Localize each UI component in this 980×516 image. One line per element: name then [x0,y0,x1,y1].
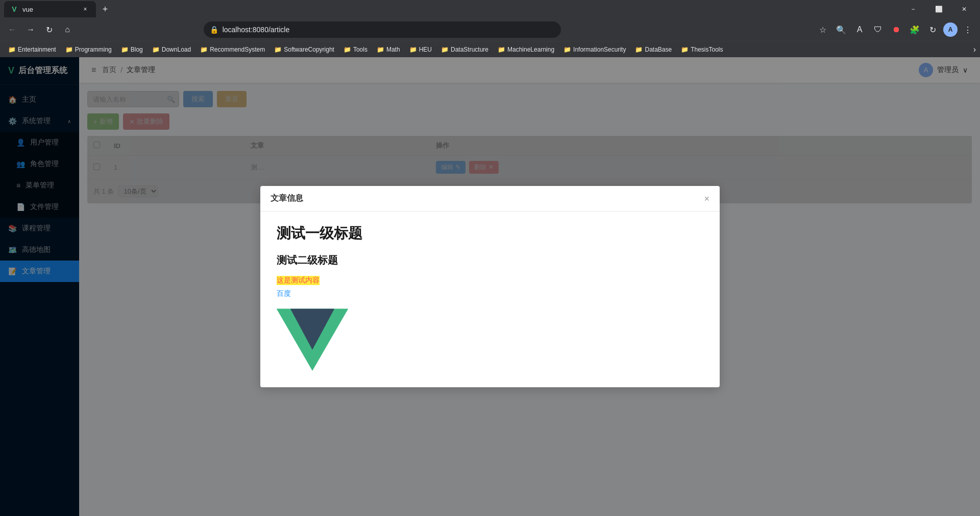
bookmark-machinelearning[interactable]: 📁 MachineLearning [494,45,558,54]
folder-icon: 📁 [681,46,689,53]
maximize-button[interactable]: ⬜ [927,1,950,17]
toolbar-icons: ☆ 🔍 A 🛡 ⏺ 🧩 ↻ A ⋮ [815,21,976,38]
folder-icon: 📁 [121,46,129,53]
minimize-button[interactable]: − [901,1,925,17]
address-bar: ← → ↻ ⌂ 🔒 localhost:8080/article ☆ 🔍 A 🛡… [0,18,980,41]
browser-chrome: V vue × + − ⬜ ✕ ← → ↻ ⌂ 🔒 localhost:8080… [0,0,980,57]
bookmark-database[interactable]: 📁 DataBase [631,45,676,54]
close-window-button[interactable]: ✕ [952,1,976,17]
home-button[interactable]: ⌂ [59,21,76,38]
close-tab-button[interactable]: × [81,5,90,14]
bookmark-label: MachineLearning [507,46,554,53]
shield-icon[interactable]: 🛡 [870,21,886,38]
bookmark-softwarecopyright[interactable]: 📁 SoftwareCopyright [270,45,338,54]
back-button[interactable]: ← [4,21,20,38]
folder-icon: 📁 [200,46,208,53]
bookmark-informationsecurity[interactable]: 📁 InformationSecurity [559,45,630,54]
active-tab[interactable]: V vue × [4,1,96,17]
translate-icon[interactable]: A [851,21,868,38]
bookmark-label: Programming [75,46,112,53]
article-h2: 测试二级标题 [277,253,703,267]
bookmark-datastructure[interactable]: 📁 DataStructure [437,45,493,54]
forward-button[interactable]: → [22,21,39,38]
bookmark-entertainment[interactable]: 📁 Entertainment [4,45,60,54]
folder-icon: 📁 [635,46,643,53]
folder-icon: 📁 [441,46,449,53]
tab-bar: V vue × + − ⬜ ✕ [0,0,980,18]
folder-icon: 📁 [274,46,282,53]
article-highlight-text: 这是测试内容 [277,276,320,285]
folder-icon: 📁 [344,46,351,53]
modal-header: 文章信息 × [260,186,720,212]
url-bar[interactable]: 🔒 localhost:8080/article [204,21,561,38]
star-icon[interactable]: ☆ [815,21,831,38]
bookmark-label: InformationSecurity [573,46,626,53]
folder-icon: 📁 [564,46,571,53]
menu-icon[interactable]: ⋮ [960,21,976,38]
new-tab-button[interactable]: + [98,2,112,16]
article-h1: 测试一级标题 [277,224,703,243]
profile-avatar[interactable]: A [943,22,958,37]
bookmark-label: DataBase [645,46,672,53]
tab-favicon: V [10,5,18,13]
url-text: localhost:8080/article [223,26,290,34]
bookmark-label: Tools [353,46,368,53]
bookmarks-more-button[interactable]: › [973,45,976,54]
article-modal: 文章信息 × 测试一级标题 测试二级标题 这是测试内容 百度 [260,186,720,387]
bookmark-recommendsystem[interactable]: 📁 RecommendSystem [196,45,269,54]
modal-body: 测试一级标题 测试二级标题 这是测试内容 百度 [260,212,720,387]
folder-icon: 📁 [65,46,73,53]
bookmark-math[interactable]: 📁 Math [373,45,404,54]
bookmark-download[interactable]: 📁 DownLoad [148,45,195,54]
tab-title: vue [22,6,33,13]
bookmark-label: HEU [419,46,432,53]
modal-title: 文章信息 [271,193,303,204]
security-icon: 🔒 [210,26,218,34]
folder-icon: 📁 [8,46,16,53]
bookmark-label: Math [386,46,400,53]
refresh-button[interactable]: ↻ [41,21,57,38]
bookmark-heu[interactable]: 📁 HEU [405,45,436,54]
folder-icon: 📁 [152,46,160,53]
modal-close-button[interactable]: × [704,194,709,203]
sync-icon[interactable]: ↻ [925,21,941,38]
modal-overlay: 文章信息 × 测试一级标题 测试二级标题 这是测试内容 百度 [0,57,980,516]
article-link[interactable]: 百度 [277,289,703,298]
extension-icon[interactable]: 🧩 [906,21,923,38]
bookmark-thesistools[interactable]: 📁 ThesisTools [677,45,727,54]
bookmark-label: Entertainment [18,46,56,53]
bookmark-label: DataStructure [451,46,488,53]
bookmark-tools[interactable]: 📁 Tools [339,45,372,54]
search-toolbar-icon[interactable]: 🔍 [833,21,849,38]
vue-logo [277,307,348,373]
bookmark-label: Blog [131,46,143,53]
folder-icon: 📁 [377,46,384,53]
bookmark-blog[interactable]: 📁 Blog [117,45,147,54]
bookmark-label: DownLoad [162,46,191,53]
window-controls: − ⬜ ✕ [901,1,976,17]
record-icon[interactable]: ⏺ [888,21,904,38]
bookmark-label: SoftwareCopyright [284,46,334,53]
bookmark-label: RecommendSystem [210,46,265,53]
folder-icon: 📁 [498,46,505,53]
folder-icon: 📁 [409,46,417,53]
bookmarks-bar: 📁 Entertainment 📁 Programming 📁 Blog 📁 D… [0,41,980,57]
bookmark-programming[interactable]: 📁 Programming [61,45,116,54]
bookmark-label: ThesisTools [691,46,723,53]
